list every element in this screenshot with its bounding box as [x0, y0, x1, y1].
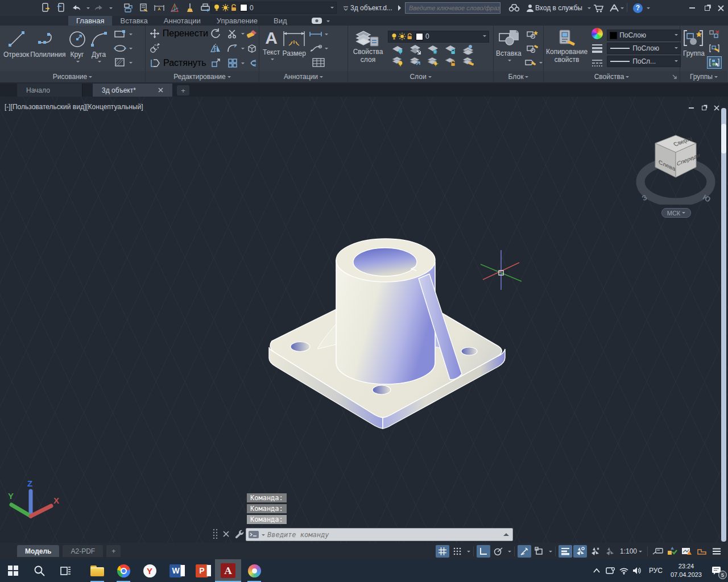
object-snap-3d-icon[interactable] [603, 545, 617, 558]
help-dropdown-icon[interactable] [647, 7, 650, 11]
layout-tab-a2pdf[interactable]: A2-PDF [63, 545, 103, 557]
units-icon[interactable] [695, 545, 709, 558]
start-button[interactable] [0, 559, 26, 582]
lineweight-icon[interactable] [559, 545, 572, 558]
command-input[interactable] [267, 531, 503, 539]
table-icon[interactable] [311, 56, 326, 69]
snap-icon[interactable] [450, 545, 464, 558]
object-snap-tracking-icon[interactable] [588, 545, 602, 558]
edit-block-icon[interactable] [525, 42, 540, 55]
undo-icon[interactable] [69, 2, 82, 14]
create-block-icon[interactable] [525, 28, 540, 40]
wcs-button[interactable]: МСК [661, 208, 691, 218]
dynamic-input-icon[interactable] [518, 545, 531, 558]
file-tab-close-icon[interactable] [158, 88, 163, 93]
autocad-taskbar-icon[interactable]: A [215, 559, 241, 582]
autodesk-app-icon[interactable] [607, 2, 621, 14]
tray-language[interactable]: РУС [644, 567, 667, 575]
scale-icon[interactable] [208, 57, 223, 69]
layer-isolate-icon[interactable] [409, 44, 421, 55]
signin-label[interactable]: Вход в службы [535, 4, 582, 12]
leader-icon[interactable] [308, 42, 323, 55]
layer-on-all-icon[interactable] [391, 56, 404, 66]
layer-freeze-icon[interactable] [427, 44, 439, 55]
move-button[interactable]: Перенести [149, 28, 208, 39]
yandex-browser-icon[interactable]: Y [136, 559, 163, 582]
viewcube[interactable]: З Ю Сверху Слева Спереди [636, 131, 717, 205]
layer-off-icon[interactable] [391, 44, 404, 55]
canvas-scrollbar[interactable] [721, 108, 726, 542]
text-dropdown-icon[interactable] [271, 59, 274, 62]
axes-triangle-icon[interactable] [168, 2, 181, 14]
plot-icon[interactable] [198, 2, 212, 14]
command-grip-icon[interactable] [213, 529, 218, 539]
insert-dropdown-icon[interactable] [508, 60, 511, 63]
dimension-button[interactable]: Размер [282, 27, 306, 70]
rotate-icon[interactable] [208, 27, 223, 40]
search-binoculars-icon[interactable] [507, 2, 520, 14]
help-icon[interactable]: ? [631, 2, 644, 14]
group-button[interactable]: Группа [682, 27, 705, 70]
signin-dropdown-icon[interactable] [588, 7, 591, 11]
file-explorer-icon[interactable] [84, 559, 110, 582]
search-input[interactable] [405, 2, 500, 14]
paint3d-icon[interactable] [241, 559, 267, 582]
ribbon-display-toggle[interactable] [311, 16, 330, 26]
lineweight-combo[interactable]: ПоСлою [607, 43, 681, 54]
tab-home[interactable]: Главная [68, 16, 112, 26]
command-wrench-icon[interactable] [234, 529, 244, 538]
panel-groups-label[interactable]: Группы [680, 71, 727, 82]
panel-annotation-label[interactable]: Аннотации [259, 71, 348, 82]
chrome-icon[interactable] [110, 559, 136, 582]
grid-icon[interactable] [436, 545, 449, 558]
search-expand-arrow-icon[interactable] [398, 5, 404, 11]
redo-dropdown-icon[interactable] [109, 7, 113, 11]
hatch-tool-icon[interactable] [113, 56, 127, 69]
linear-dim-dropdown-icon[interactable] [325, 34, 328, 37]
insert-button[interactable]: Вставка [496, 27, 522, 70]
polar-dropdown-icon[interactable] [508, 551, 511, 554]
layer-properties-button[interactable]: Свойства слоя [350, 27, 386, 70]
tray-chevron-icon[interactable] [590, 559, 603, 582]
ungroup-icon[interactable] [707, 28, 722, 40]
hatch-dropdown-icon[interactable] [129, 62, 133, 65]
line-button[interactable]: Отрезок [3, 27, 29, 70]
attributes-dropdown-icon[interactable] [539, 62, 543, 65]
save-to-web-icon[interactable] [39, 2, 52, 14]
mirror-icon[interactable] [208, 42, 223, 55]
app-restore-button[interactable] [701, 2, 713, 14]
undo-dropdown-icon[interactable] [86, 7, 90, 11]
file-tab-start[interactable]: Начало [17, 84, 82, 97]
circle-dropdown-icon[interactable] [76, 61, 80, 64]
layer-combo-dropdown-icon[interactable] [330, 7, 334, 10]
taskbar-search-icon[interactable] [26, 559, 52, 582]
isodraft-icon[interactable] [532, 545, 546, 558]
doc-minimize-button[interactable] [685, 102, 697, 114]
command-bar[interactable] [246, 528, 513, 541]
new-layout-button[interactable]: + [106, 545, 121, 557]
tray-clock[interactable]: 23:24 07.04.2023 [667, 562, 705, 579]
sheet-set-icon[interactable] [137, 2, 150, 14]
scrollbar-thumb[interactable] [721, 124, 726, 153]
redo-icon[interactable] [92, 2, 105, 14]
group-edit-icon[interactable] [707, 42, 722, 55]
panel-properties-label[interactable]: Свойства [544, 71, 680, 82]
word-icon[interactable]: W [163, 559, 189, 582]
object-snap-icon[interactable] [573, 545, 587, 558]
layer-unlock-all-icon[interactable] [444, 56, 457, 66]
rectangle-dropdown-icon[interactable] [129, 34, 133, 37]
tab-annotate[interactable]: Аннотации [156, 16, 209, 26]
tab-manage[interactable]: Управление [209, 16, 266, 26]
match-properties-button[interactable]: Копирование свойств [546, 27, 588, 70]
array-icon[interactable] [225, 57, 239, 69]
circle-button[interactable]: Круг [67, 27, 88, 70]
polyline-button[interactable]: Полилиния [30, 27, 65, 70]
viewport-label[interactable]: [-][Пользовательский вид][Концептуальный… [5, 103, 143, 111]
command-prompt-icon[interactable] [249, 530, 265, 539]
command-close-icon[interactable] [223, 531, 229, 537]
tray-volume-icon[interactable] [631, 559, 644, 582]
panel-layers-label[interactable]: Слои [348, 71, 493, 82]
autoscale-icon[interactable] [665, 545, 679, 558]
group-selection-toggle-icon[interactable] [707, 56, 722, 69]
ribbon-layer-dropdown-icon[interactable] [483, 35, 486, 39]
